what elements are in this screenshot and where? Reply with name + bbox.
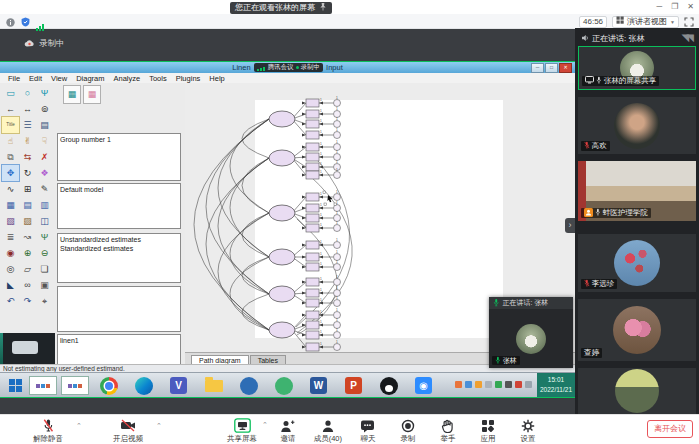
tool-print-icon[interactable]: ▣ [36, 277, 53, 293]
qq-icon[interactable] [371, 375, 406, 396]
menu-view[interactable]: View [47, 74, 71, 83]
tool-draw-covariance-icon[interactable]: ↔ [19, 101, 36, 117]
participant-tile-hidden[interactable] [578, 368, 696, 414]
tray-icon-5[interactable] [495, 381, 502, 388]
amos-maximize-button[interactable]: □ [545, 63, 558, 73]
tool-variables-in-model-icon[interactable]: ☰ [19, 117, 36, 133]
taskbar-clock[interactable]: 15:01 2022/11/21 [537, 373, 575, 397]
control-share-screen-button[interactable]: 共享屏幕 [222, 418, 262, 444]
visio-icon[interactable]: V [161, 375, 196, 396]
tool-text-output-icon[interactable]: ↝ [19, 229, 36, 245]
control-record-button[interactable]: 录制 [388, 418, 428, 444]
participant-tile-蚌医护理学院[interactable]: 蚌医护理学院 [578, 161, 696, 221]
computation-summary[interactable] [57, 286, 181, 332]
multiple-group-icon[interactable]: ▦ [63, 85, 81, 104]
tray-icon-2[interactable] [465, 381, 472, 388]
tool-rotate-indicators-icon[interactable]: ↻ [19, 165, 36, 181]
amos-minimize-button[interactable]: ─ [531, 63, 544, 73]
control-start-video-button[interactable]: 开启视频 [108, 418, 148, 444]
tool-redo-icon[interactable]: ↷ [19, 293, 36, 309]
pin-icon[interactable] [319, 2, 327, 15]
tool-zoom-in-icon[interactable]: ⊕ [19, 245, 36, 261]
groups-list[interactable]: Group number 1 [57, 133, 181, 181]
control-raise-hand-button[interactable]: 举手 [428, 418, 468, 444]
browser360-icon[interactable] [266, 375, 301, 396]
tool-magnify-icon[interactable]: ❏ [36, 261, 53, 277]
menu-edit[interactable]: Edit [25, 74, 46, 83]
tool-deselect-all-icon[interactable]: ☟ [36, 133, 53, 149]
shared-screen[interactable]: Linen 腾讯会议 录制中 Input ─ □ ✕ FileEditViewD… [0, 62, 575, 397]
control-members-button[interactable]: 成员(40) [308, 418, 348, 444]
tray-icon-3[interactable] [475, 381, 482, 388]
tool-variables-in-dataset-icon[interactable]: ▤ [36, 117, 53, 133]
meeting-icon[interactable]: ◉ [406, 375, 441, 396]
file-item[interactable]: linen1 [60, 336, 178, 345]
estimate-item[interactable]: Unstandardized estimates [60, 235, 178, 244]
control-invite-button[interactable]: 邀请 [268, 418, 308, 444]
participant-tile-查婷[interactable]: 查婷 [578, 299, 696, 361]
menu-tools[interactable]: Tools [145, 74, 171, 83]
tool-reflect-indicators-icon[interactable]: ❖ [36, 165, 53, 181]
tool-zoom-select-icon[interactable]: ◉ [2, 245, 19, 261]
maximize-button[interactable]: ❐ [671, 1, 678, 13]
amos-titlebar[interactable]: Linen 腾讯会议 录制中 Input ─ □ ✕ [0, 62, 575, 73]
menu-file[interactable]: File [4, 74, 24, 83]
tool-data-view-icon[interactable]: ▥ [36, 197, 53, 213]
tool-zoom-out-icon[interactable]: ⊖ [36, 245, 53, 261]
group-view-icon[interactable]: ▦ [83, 85, 101, 104]
tool-draw-latent-icon[interactable]: Ψ [36, 85, 53, 101]
tool-plugins-tree-icon[interactable]: Ψ [36, 229, 53, 245]
tool-data-grid-icon[interactable]: ▤ [19, 197, 36, 213]
tool-select-data-files-icon[interactable]: ▧ [2, 213, 19, 229]
start-button[interactable] [3, 375, 27, 396]
group-item[interactable]: Group number 1 [60, 135, 178, 144]
tray-icon-4[interactable] [485, 381, 492, 388]
participant-tile-李远珍[interactable]: 李远珍 [578, 234, 696, 292]
participant-tile-高欢[interactable]: 高欢 [578, 97, 696, 154]
tool-fit-to-page-icon[interactable]: ▱ [19, 261, 36, 277]
amos-close-button[interactable]: ✕ [559, 63, 572, 73]
control-start-video-chevron-icon[interactable]: ⌃ [156, 422, 162, 430]
control-unmute-chevron-icon[interactable]: ⌃ [76, 422, 82, 430]
tool-draw-ellipse-icon[interactable]: ○ [19, 85, 36, 101]
tool-data-files-icon[interactable]: ▦ [2, 197, 19, 213]
menu-plugins[interactable]: Plugins [172, 74, 205, 83]
security-shield-icon[interactable] [21, 13, 30, 31]
tray-icon-8[interactable] [525, 381, 532, 388]
tray-icon-7[interactable] [515, 381, 522, 388]
edge-icon[interactable] [126, 375, 161, 396]
tool-zoom-page-icon[interactable]: ◎ [2, 261, 19, 277]
tool-undo-icon[interactable]: ↶ [2, 293, 19, 309]
word-icon[interactable]: W [301, 375, 336, 396]
info-icon[interactable] [6, 13, 15, 31]
tool-touch-up-icon[interactable]: ✎ [36, 181, 53, 197]
tool-clipboard-icon[interactable]: ≣ [2, 229, 19, 245]
tool-add-unique-variable-icon[interactable]: ⊚ [36, 101, 53, 117]
powerpoint-icon[interactable]: P [336, 375, 371, 396]
view-mode-button[interactable]: 演讲者视图 ▼ [612, 16, 679, 28]
tool-erase-icon[interactable]: ✗ [36, 149, 53, 165]
tool-draw-path-icon[interactable]: ← [2, 101, 19, 117]
tool-move-restructure-icon[interactable]: ✥ [2, 165, 19, 181]
sidebar-collapse-handle[interactable]: › [565, 218, 575, 233]
speaker-pip-window[interactable]: 正在讲话: 张林 张林 [489, 297, 573, 368]
tray-icon-6[interactable] [505, 381, 512, 388]
tool-search-icon[interactable]: ⌖ [36, 293, 53, 309]
menu-help[interactable]: Help [205, 74, 228, 83]
control-settings-button[interactable]: 设置 [508, 418, 548, 444]
close-button[interactable]: ✕ [687, 1, 694, 13]
chrome-icon[interactable] [91, 375, 126, 396]
window-thumbnail-2[interactable] [59, 375, 91, 396]
menu-analyze[interactable]: Analyze [110, 74, 145, 83]
tool-multiple-groups-icon[interactable]: ∞ [19, 277, 36, 293]
control-chat-button[interactable]: 聊天 [348, 418, 388, 444]
tool-bayesian-icon[interactable]: ◣ [2, 277, 19, 293]
tool-select-one-icon[interactable]: ☝ [2, 133, 19, 149]
tool-duplicate-icon[interactable]: ⧉ [2, 149, 19, 165]
floating-widget[interactable] [12, 341, 38, 354]
tool-save-diagram-icon[interactable]: ◫ [36, 213, 53, 229]
control-apps-button[interactable]: 应用 [468, 418, 508, 444]
tool-select-all-icon[interactable]: ✌ [19, 133, 36, 149]
explorer-icon[interactable] [196, 375, 231, 396]
control-unmute-button[interactable]: 解除静音 [28, 418, 68, 444]
